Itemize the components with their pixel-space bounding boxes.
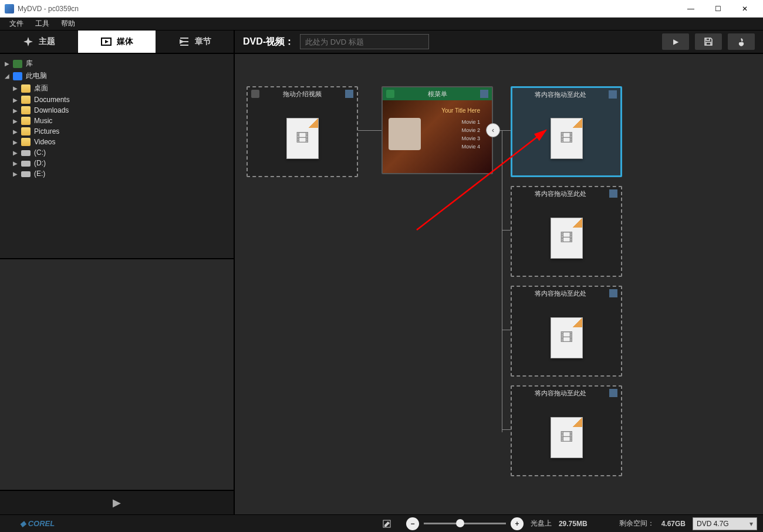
intro-icon [251,90,259,98]
connector-line [502,330,511,330]
folder-tree[interactable]: ▶ 库 ◢ 此电脑 ▶桌面 ▶Documents ▶Downloads ▶Mus… [0,54,234,259]
slot-header: 根菜单 [383,87,492,100]
content-slot-1[interactable]: 将内容拖动至此处 [511,86,622,177]
dvd-structure-canvas[interactable]: 拖动介绍视频 根菜单 Your Title Here Movie 1 [235,54,763,514]
media-placeholder-icon [551,218,583,259]
content-slot-4[interactable]: 将内容拖动至此处 [511,385,622,476]
tree-item-label: Downloads [34,106,69,114]
caret-icon: ▶ [13,107,20,114]
collapse-toggle-button[interactable]: ‹ [486,123,500,137]
tab-chapters[interactable]: 章节 [156,31,234,53]
tree-item-documents[interactable]: ▶Documents [2,94,231,105]
menu-help[interactable]: 帮助 [55,18,81,30]
tree-item-label: Videos [34,138,55,146]
pc-icon [13,72,22,80]
zoom-thumb[interactable] [456,519,464,527]
disk-icon [21,161,31,167]
maximize-button[interactable]: ☐ [704,0,731,18]
save-button[interactable] [695,33,722,50]
slot-header: 将内容拖动至此处 [512,187,621,200]
slot-body[interactable] [512,200,621,276]
tree-item-drive-e[interactable]: ▶(E:) [2,168,231,179]
disc-type-value: DVD 4.7G [697,520,729,528]
connector-line [502,230,511,231]
connector-line [358,130,382,131]
connector-line [502,429,511,430]
slot-options-icon[interactable] [480,90,488,98]
right-panel: DVD-视频： ▶ 拖动介绍视频 [235,31,763,514]
tree-item-label: (D:) [34,159,46,167]
edit-notes-button[interactable] [376,517,399,531]
zoom-out-button[interactable]: − [406,517,419,530]
tree-item-downloads[interactable]: ▶Downloads [2,105,231,116]
window-titlebar: MyDVD - pc0359cn — ☐ ✕ [0,0,763,18]
dvd-title-input[interactable] [300,34,429,49]
slot-options-icon[interactable] [609,289,617,297]
preview-button[interactable]: ▶ [662,33,689,50]
window-title: MyDVD - pc0359cn [18,5,677,13]
slot-body[interactable] [248,100,357,176]
disc-type-select[interactable]: DVD 4.7G [693,517,757,530]
caret-icon: ▶ [13,139,20,145]
slot-options-icon[interactable] [609,90,617,99]
slot-options-icon[interactable] [345,90,353,98]
slot-body[interactable] [512,101,620,175]
media-placeholder-icon [551,118,583,159]
minimize-button[interactable]: — [677,0,704,18]
slot-body[interactable] [512,300,621,375]
tree-this-pc-label: 此电脑 [26,71,47,81]
slot-header: 将内容拖动至此处 [512,88,620,101]
caret-icon: ▶ [13,85,20,92]
connector-line [502,130,502,432]
intro-video-slot[interactable]: 拖动介绍视频 [247,86,358,177]
tree-item-pictures[interactable]: ▶Pictures [2,126,231,137]
zoom-in-button[interactable]: + [511,517,524,530]
preview-play-button[interactable]: ▶ [113,496,121,509]
burn-button[interactable] [728,33,755,50]
menu-file[interactable]: 文件 [4,18,29,30]
tree-item-label: Pictures [34,127,59,135]
main-area: 主题 媒体 章节 ▶ 库 ◢ [0,31,763,514]
tree-this-pc[interactable]: ◢ 此电脑 [2,70,231,82]
root-menu-slot[interactable]: 根菜单 Your Title Here Movie 1 Movie 2 Movi… [382,86,493,174]
tree-item-label: Documents [34,96,70,104]
content-slot-label: 将内容拖动至此处 [515,189,606,198]
tab-theme[interactable]: 主题 [0,31,78,53]
slot-header: 拖动介绍视频 [248,87,357,100]
tree-library[interactable]: ▶ 库 [2,57,231,70]
left-panel: 主题 媒体 章节 ▶ 库 ◢ [0,31,235,514]
disc-used-label: 光盘上 [531,519,552,528]
slot-header: 将内容拖动至此处 [512,287,621,300]
folder-icon [21,106,31,114]
tree-library-label: 库 [26,59,33,69]
zoom-slider[interactable] [424,523,506,524]
tree-item-drive-d[interactable]: ▶(D:) [2,158,231,168]
content-slot-label: 将内容拖动至此处 [516,90,605,99]
slot-header: 将内容拖动至此处 [512,387,621,399]
tree-item-videos[interactable]: ▶Videos [2,137,231,147]
slot-body[interactable]: Your Title Here Movie 1 Movie 2 Movie 3 … [383,100,492,173]
slot-options-icon[interactable] [609,389,617,397]
slot-options-icon[interactable] [609,189,617,198]
tree-item-music[interactable]: ▶Music [2,116,231,126]
tree-item-drive-c[interactable]: ▶(C:) [2,147,231,158]
menu-thumb-items: Movie 1 Movie 2 Movie 3 Movie 4 [461,118,480,151]
tree-item-label: (C:) [34,148,46,157]
menu-thumb-item: Movie 3 [461,134,480,143]
tree-item-desktop[interactable]: ▶桌面 [2,82,231,94]
disc-used-value: 29.75MB [559,520,588,528]
content-slot-2[interactable]: 将内容拖动至此处 [511,186,622,277]
library-icon [13,60,22,68]
slot-body[interactable] [512,399,621,475]
content-slot-3[interactable]: 将内容拖动至此处 [511,286,622,377]
media-placeholder-icon [551,417,583,458]
intro-slot-label: 拖动介绍视频 [263,90,342,99]
tab-media[interactable]: 媒体 [78,31,156,53]
menu-thumb-item: Movie 1 [461,118,480,126]
space-left-label: 剩余空间： [619,519,654,528]
menu-tools[interactable]: 工具 [29,18,55,30]
folder-icon [21,138,31,146]
root-menu-label: 根菜单 [398,90,477,99]
close-button[interactable]: ✕ [731,0,758,18]
corel-logo: ◆ COREL [20,519,55,528]
